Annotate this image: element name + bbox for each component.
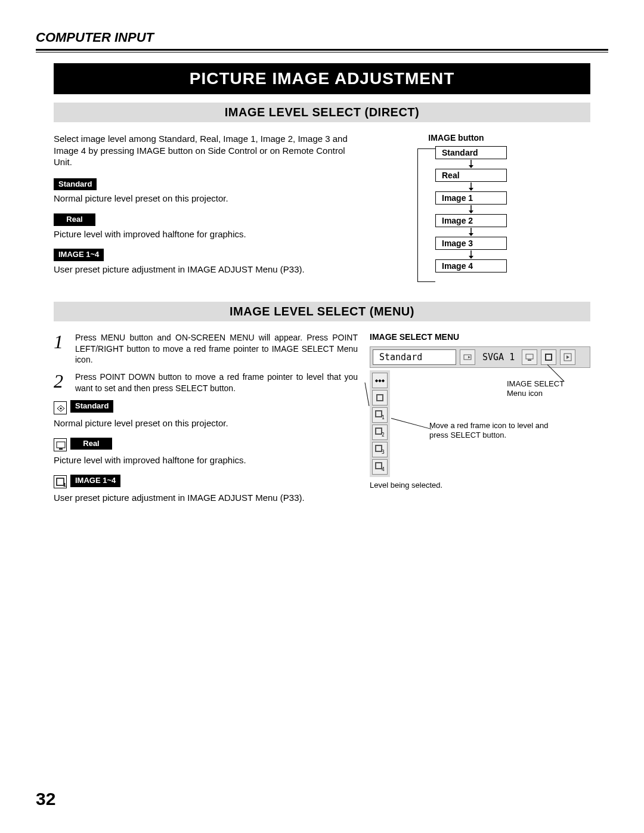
svg-text:3: 3 bbox=[382, 450, 385, 455]
menu-item-real: Real bbox=[54, 438, 358, 453]
svg-marker-1 bbox=[469, 165, 473, 168]
diagram-title: IMAGE button bbox=[322, 133, 590, 143]
svg-text:2: 2 bbox=[382, 432, 385, 438]
input-icon bbox=[460, 349, 475, 365]
svg-rect-23 bbox=[377, 395, 383, 401]
svg-text:1: 1 bbox=[63, 482, 66, 488]
annotation-selected: Level being selected. bbox=[370, 481, 442, 490]
step-text-2: Press POINT DOWN button to move a red fr… bbox=[75, 371, 358, 394]
svg-marker-5 bbox=[469, 210, 473, 213]
tag-standard-menu: Standard bbox=[70, 400, 113, 413]
resolution-label: SVGA 1 bbox=[479, 350, 518, 364]
menu-item-standard: Standard bbox=[54, 400, 358, 415]
page-number: 32 bbox=[36, 789, 55, 809]
state-real: Real bbox=[435, 169, 507, 182]
section-direct: Select image level among Standard, Real,… bbox=[54, 133, 590, 284]
svg-rect-19 bbox=[528, 360, 531, 361]
state-image2: Image 2 bbox=[435, 214, 507, 227]
state-image1: Image 1 bbox=[435, 191, 507, 205]
desc-standard: Normal picture level preset on this proj… bbox=[54, 193, 382, 205]
level-icon-3: 3 bbox=[372, 442, 388, 457]
menu-screenshot: Standard SVGA 1 ◆◆◆ 1 2 3 4 IMAGE SELECT… bbox=[370, 346, 590, 477]
arrow-down-icon bbox=[435, 159, 507, 169]
annotation-line-3 bbox=[365, 382, 370, 406]
level-icon-2: 2 bbox=[372, 425, 388, 440]
state-image4: Image 4 bbox=[435, 259, 507, 272]
state-image3: Image 3 bbox=[435, 237, 507, 250]
direct-diagram: IMAGE button Standard Real Image 1 Image… bbox=[394, 133, 590, 284]
step-number-1: 1 bbox=[54, 332, 68, 351]
rule-thin bbox=[36, 52, 608, 52]
svg-rect-18 bbox=[526, 354, 533, 359]
arrow-down-icon bbox=[435, 205, 507, 214]
tag-image14-menu: IMAGE 1~4 bbox=[70, 475, 120, 487]
tag-real-menu: Real bbox=[70, 438, 112, 450]
status-label: Standard bbox=[373, 349, 456, 365]
svg-rect-12 bbox=[57, 442, 65, 448]
tag-image14: IMAGE 1~4 bbox=[54, 249, 104, 261]
screenshot-heading: IMAGE SELECT MENU bbox=[370, 332, 590, 342]
tag-real: Real bbox=[54, 213, 95, 226]
annotation-menu-icon: IMAGE SELECT Menu icon bbox=[507, 379, 584, 399]
desc-real-menu: Picture level with improved halftone for… bbox=[54, 454, 358, 466]
svg-rect-26 bbox=[376, 428, 382, 434]
step-2: 2 Press POINT DOWN button to move a red … bbox=[54, 371, 358, 394]
svg-text:1: 1 bbox=[382, 415, 385, 420]
tag-standard: Standard bbox=[54, 178, 97, 191]
desc-real: Picture level with improved halftone for… bbox=[54, 228, 382, 240]
subheading-menu: IMAGE LEVEL SELECT (MENU) bbox=[54, 302, 590, 321]
direct-left: Select image level among Standard, Real,… bbox=[54, 133, 382, 284]
subheading-direct: IMAGE LEVEL SELECT (DIRECT) bbox=[54, 103, 590, 122]
loop-return-line bbox=[417, 148, 435, 282]
section-label: COMPUTER INPUT bbox=[36, 30, 608, 45]
svg-marker-22 bbox=[566, 355, 569, 359]
annotation-move-frame: Move a red frame icon to level and press… bbox=[429, 421, 566, 441]
arrow-down-icon bbox=[435, 227, 507, 237]
step-1: 1 Press MENU button and ON-SCREEN MENU w… bbox=[54, 332, 358, 366]
image-select-icon bbox=[541, 349, 556, 365]
svg-marker-7 bbox=[469, 233, 473, 236]
svg-text:4: 4 bbox=[382, 467, 385, 472]
desc-image14-menu: User preset picture adjustment in IMAGE … bbox=[54, 492, 358, 504]
menu-item-image14: 1 IMAGE 1~4 bbox=[54, 475, 358, 490]
svg-marker-17 bbox=[468, 356, 470, 358]
svg-rect-20 bbox=[546, 354, 552, 360]
menu-left: 1 Press MENU button and ON-SCREEN MENU w… bbox=[54, 332, 358, 512]
desc-standard-menu: Normal picture level preset on this proj… bbox=[54, 417, 358, 429]
section-menu: 1 Press MENU button and ON-SCREEN MENU w… bbox=[54, 332, 590, 512]
svg-rect-13 bbox=[59, 448, 63, 450]
next-icon bbox=[560, 349, 575, 365]
menu-right: IMAGE SELECT MENU Standard SVGA 1 ◆◆◆ 1 … bbox=[370, 332, 590, 512]
svg-marker-3 bbox=[469, 188, 473, 191]
pc-icon bbox=[522, 349, 537, 365]
level-icon-standard: ◆◆◆ bbox=[372, 373, 388, 388]
menu-bar: Standard SVGA 1 bbox=[370, 346, 590, 368]
direct-intro: Select image level among Standard, Real,… bbox=[54, 133, 364, 168]
svg-rect-30 bbox=[376, 463, 382, 469]
page-banner: PICTURE IMAGE ADJUSTMENT bbox=[54, 63, 590, 94]
arrow-down-icon bbox=[435, 250, 507, 259]
rule-thick bbox=[36, 49, 608, 51]
level-icon-real bbox=[372, 390, 388, 405]
side-icon-column: ◆◆◆ 1 2 3 4 bbox=[370, 370, 390, 477]
desc-image14: User preset picture adjustment in IMAGE … bbox=[54, 264, 382, 275]
svg-rect-24 bbox=[376, 411, 382, 417]
annotation-line-2 bbox=[391, 418, 432, 429]
step-text-1: Press MENU button and ON-SCREEN MENU wil… bbox=[75, 332, 358, 366]
svg-marker-9 bbox=[469, 256, 473, 259]
state-standard: Standard bbox=[435, 146, 507, 159]
preset-icon: 1 bbox=[54, 475, 67, 488]
svg-point-11 bbox=[60, 407, 62, 409]
level-icon-1: 1 bbox=[372, 407, 388, 423]
level-icon-4: 4 bbox=[372, 459, 388, 475]
step-number-2: 2 bbox=[54, 371, 68, 391]
arrow-down-icon bbox=[435, 182, 507, 191]
svg-rect-28 bbox=[376, 445, 382, 451]
monitor-icon bbox=[54, 438, 67, 451]
diamond-icon bbox=[54, 401, 67, 414]
